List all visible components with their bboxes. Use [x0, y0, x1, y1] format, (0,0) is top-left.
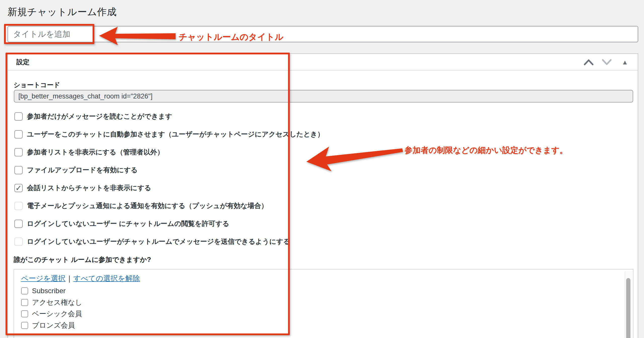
roles-select-box: ページを選択 | すべての選択を解除 Subscriberアクセス権なしベーシッ… [14, 269, 633, 338]
shortcode-label: ショートコード [14, 81, 60, 89]
role-row[interactable]: Subscriber [21, 287, 66, 295]
roles-links-row: ページを選択 | すべての選択を解除 [21, 274, 140, 284]
setting-checkbox-label: 電子メールとプッシュ通知による通知を有効にする（プッシュが有効な場合） [27, 201, 268, 210]
move-down-icon[interactable] [601, 57, 613, 67]
participants-question: 誰がこのチャット ルームに参加できますか? [14, 255, 151, 264]
setting-checkbox-label: ファイルアップロードを有効にする [27, 165, 138, 175]
setting-checkbox-row[interactable]: 参加者だけがメッセージを読むことができます [14, 112, 172, 121]
settings-metabox: 設定 ▲ ショートコード [bp_better_messages_chat_ro… [8, 53, 638, 338]
title-input[interactable]: タイトルを追加 [8, 26, 638, 42]
move-up-icon[interactable] [583, 57, 594, 67]
setting-checkbox-row[interactable]: ログインしていないユーザーがチャットルームでメッセージを送信できるようにする [14, 237, 290, 246]
role-checkbox[interactable] [21, 322, 28, 329]
role-checkbox[interactable] [21, 310, 28, 317]
setting-checkbox-label: ログインしていないユーザーがチャットルームでメッセージを送信できるようにする [27, 237, 290, 246]
setting-checkbox[interactable] [14, 166, 23, 174]
setting-checkbox[interactable] [14, 112, 23, 121]
roles-scrollbar-thumb[interactable] [626, 278, 630, 338]
roles-scrollbar-track[interactable] [625, 271, 632, 338]
settings-metabox-header: 設定 ▲ [8, 54, 638, 71]
setting-checkbox[interactable] [14, 148, 23, 156]
metabox-controls: ▲ [583, 54, 631, 71]
role-row[interactable]: アクセス権なし [21, 299, 82, 306]
setting-checkbox-row[interactable]: ユーザーをこのチャットに自動参加させます（ユーザーがチャットページにアクセスした… [14, 130, 324, 139]
setting-checkbox[interactable]: ✓ [14, 184, 23, 192]
role-label: ベーシック会員 [32, 309, 82, 319]
role-checkbox[interactable] [21, 287, 28, 294]
setting-checkbox-row[interactable]: ✓会話リストからチャットを非表示にする [14, 184, 151, 192]
role-label: Subscriber [32, 287, 66, 295]
role-row[interactable]: ブロンズ会員 [21, 322, 75, 329]
setting-checkbox-label: ユーザーをこのチャットに自動参加させます（ユーザーがチャットページにアクセスした… [27, 130, 324, 139]
setting-checkbox-label: 参加者リストを非表示にする（管理者以外） [27, 148, 164, 157]
role-row[interactable]: ベーシック会員 [21, 310, 82, 318]
setting-checkbox[interactable] [14, 202, 23, 210]
setting-checkbox-label: ログインしていないユーザー にチャットルームの閲覧を許可する [27, 219, 229, 228]
setting-checkbox-row[interactable]: ファイルアップロードを有効にする [14, 166, 138, 174]
collapse-toggle-icon[interactable]: ▲ [619, 57, 631, 67]
setting-checkbox-label: 参加者だけがメッセージを読むことができます [27, 112, 172, 121]
role-label: ブロンズ会員 [32, 321, 75, 330]
deselect-all-link[interactable]: すべての選択を解除 [73, 274, 140, 284]
setting-checkbox[interactable] [14, 220, 23, 228]
setting-checkbox[interactable] [14, 130, 23, 139]
setting-checkbox[interactable] [14, 238, 23, 246]
setting-checkbox-row[interactable]: 参加者リストを非表示にする（管理者以外） [14, 148, 164, 156]
role-label: アクセス権なし [32, 298, 82, 307]
setting-checkbox-row[interactable]: 電子メールとプッシュ通知による通知を有効にする（プッシュが有効な場合） [14, 201, 268, 210]
page: 新規チャットルーム作成 タイトルを追加 設定 ▲ ショートコード [bp_bet… [0, 0, 644, 338]
title-input-placeholder: タイトルを追加 [13, 29, 70, 40]
setting-checkbox-row[interactable]: ログインしていないユーザー にチャットルームの閲覧を許可する [14, 219, 229, 228]
settings-metabox-title: 設定 [16, 58, 29, 66]
page-title: 新規チャットルーム作成 [8, 6, 117, 18]
setting-checkbox-label: 会話リストからチャットを非表示にする [27, 183, 151, 192]
shortcode-value: [bp_better_messages_chat_room id="2826"] [18, 92, 152, 100]
links-separator: | [68, 275, 70, 283]
select-pages-link[interactable]: ページを選択 [21, 274, 65, 284]
role-checkbox[interactable] [21, 299, 28, 306]
shortcode-field[interactable]: [bp_better_messages_chat_room id="2826"] [14, 90, 633, 103]
